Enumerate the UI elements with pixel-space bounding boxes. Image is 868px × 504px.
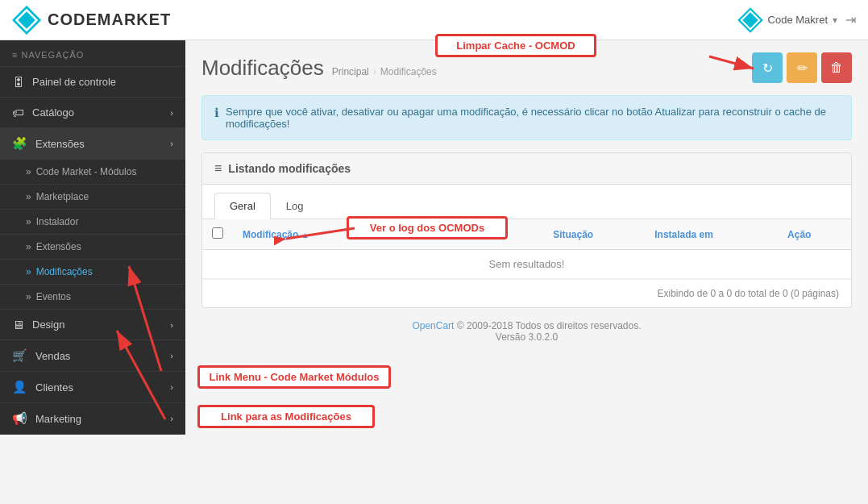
sidebar-item-marketing[interactable]: 📢 Marketing › bbox=[0, 403, 185, 435]
header-versao-label: Versão bbox=[466, 229, 497, 240]
header-acao: Ação bbox=[778, 219, 851, 250]
user-area[interactable]: Code Makret ▾ bbox=[737, 7, 837, 33]
edit-icon: ✏ bbox=[797, 60, 808, 76]
table-container: Modificação ▲ Autor Versão bbox=[202, 219, 851, 307]
content-footer: OpenCart © 2009-2018 Todos os direitos r… bbox=[201, 320, 852, 343]
sidebar-item-painel[interactable]: 🎛 Painel de controle bbox=[0, 67, 185, 98]
page-title-area: Modificações Principal › Modificações bbox=[201, 56, 437, 81]
extensoes-chevron-icon: › bbox=[170, 139, 173, 148]
sidebar-item-modificacoes[interactable]: Modificações bbox=[0, 260, 185, 285]
sort-icon: ▲ bbox=[301, 231, 309, 240]
header-autor[interactable]: Autor bbox=[380, 219, 456, 250]
vendas-chevron-icon: › bbox=[170, 351, 173, 360]
header-modificacao[interactable]: Modificação ▲ bbox=[233, 219, 380, 250]
design-chevron-icon: › bbox=[170, 320, 173, 330]
tab-geral-label: Geral bbox=[230, 200, 255, 212]
app-name: CODEMARKET bbox=[48, 10, 171, 29]
breadcrumb-separator: › bbox=[373, 66, 376, 77]
delete-button[interactable]: 🗑 bbox=[821, 52, 852, 83]
sidebar-item-marketplace[interactable]: Marketplace bbox=[0, 185, 185, 210]
clientes-chevron-icon: › bbox=[170, 382, 173, 392]
sidebar-item-code-market-modulos[interactable]: Code Market - Módulos bbox=[0, 160, 185, 185]
page-wrapper: CODEMARKET Code Makret ▾ ⇥ ≡ NAVEGAÇÃO 🎛… bbox=[0, 0, 868, 504]
refresh-button[interactable]: ↻ bbox=[752, 52, 783, 83]
marketing-chevron-icon: › bbox=[170, 414, 173, 423]
sidebar-item-vendas-label: Vendas bbox=[35, 350, 70, 362]
action-buttons: ↻ ✏ 🗑 bbox=[752, 52, 852, 83]
version-text: Versão 3.0.2.0 bbox=[496, 331, 558, 343]
breadcrumb-home[interactable]: Principal bbox=[332, 66, 369, 77]
clientes-icon: 👤 bbox=[12, 380, 27, 394]
header-situacao[interactable]: Situação bbox=[543, 219, 645, 250]
sidebar-item-eventos[interactable]: Eventos bbox=[0, 285, 185, 310]
modifications-panel: ≡ Listando modificações Geral Log bbox=[201, 152, 852, 308]
opencart-link[interactable]: OpenCart bbox=[412, 320, 454, 331]
tabs: Geral Log bbox=[202, 185, 851, 219]
sidebar-item-vendas[interactable]: 🛒 Vendas › bbox=[0, 340, 185, 372]
top-header: CODEMARKET Code Makret ▾ ⇥ bbox=[0, 0, 868, 40]
alert-text: Sempre que você ativar, desativar ou apa… bbox=[226, 106, 839, 130]
logo-icon bbox=[12, 6, 41, 35]
main-layout: ≡ NAVEGAÇÃO 🎛 Painel de controle 🏷 Catál… bbox=[0, 40, 868, 435]
header-versao[interactable]: Versão bbox=[456, 219, 543, 250]
sidebar-item-catalogo-label: Catálogo bbox=[32, 106, 74, 119]
tab-log[interactable]: Log bbox=[271, 193, 319, 219]
user-logo-icon bbox=[737, 7, 763, 33]
catalogo-icon: 🏷 bbox=[12, 106, 24, 119]
header-autor-label: Autor bbox=[389, 229, 415, 240]
info-icon: ℹ bbox=[214, 106, 219, 130]
catalogo-chevron-icon: › bbox=[170, 108, 173, 118]
extensoes-sub-label: Extensões bbox=[36, 241, 81, 252]
sidebar-item-design-label: Design bbox=[32, 319, 64, 331]
header-modificacao-label: Modificação bbox=[243, 229, 298, 240]
extensoes-icon: 🧩 bbox=[12, 136, 27, 151]
tab-geral[interactable]: Geral bbox=[214, 193, 271, 219]
panel-heading: ≡ Listando modificações bbox=[202, 153, 851, 185]
sidebar-item-clientes[interactable]: 👤 Clientes › bbox=[0, 372, 185, 403]
user-dropdown-icon: ▾ bbox=[833, 15, 837, 26]
sidebar: ≡ NAVEGAÇÃO 🎛 Painel de controle 🏷 Catál… bbox=[0, 40, 185, 435]
breadcrumb: Principal › Modificações bbox=[332, 66, 437, 77]
modifications-table: Modificação ▲ Autor Versão bbox=[202, 219, 851, 279]
marketing-icon: 📢 bbox=[12, 411, 27, 426]
sidebar-item-extensoes[interactable]: 🧩 Extensões › bbox=[0, 128, 185, 160]
delete-icon: 🗑 bbox=[830, 60, 843, 75]
refresh-icon: ↻ bbox=[762, 60, 773, 76]
select-all-checkbox[interactable] bbox=[212, 227, 223, 239]
sidebar-item-catalogo[interactable]: 🏷 Catálogo › bbox=[0, 98, 185, 128]
vendas-icon: 🛒 bbox=[12, 348, 27, 363]
sidebar-item-painel-label: Painel de controle bbox=[32, 76, 116, 88]
panel-heading-text: Listando modificações bbox=[228, 162, 351, 175]
no-results-cell: Sem resultados! bbox=[202, 250, 851, 279]
header-instalada-em[interactable]: Instalada em bbox=[645, 219, 778, 250]
instalador-label: Instalador bbox=[36, 216, 79, 227]
modificacoes-label: Modificações bbox=[36, 266, 93, 277]
table-footer-text: Exibindo de 0 a 0 do total de 0 (0 págin… bbox=[658, 288, 840, 299]
sidebar-item-instalador[interactable]: Instalador bbox=[0, 210, 185, 235]
user-name: Code Makret bbox=[768, 14, 828, 26]
sidebar-item-extensoes-sub[interactable]: Extensões bbox=[0, 235, 185, 260]
panel-heading-icon: ≡ bbox=[214, 161, 222, 176]
header-right: Code Makret ▾ ⇥ bbox=[737, 7, 856, 33]
alert-info: ℹ Sempre que você ativar, desativar ou a… bbox=[201, 95, 852, 140]
header-instalada-em-label: Instalada em bbox=[654, 229, 713, 240]
header-checkbox-col bbox=[202, 219, 233, 250]
eventos-label: Eventos bbox=[36, 291, 71, 302]
header-situacao-label: Situação bbox=[553, 229, 593, 240]
design-icon: 🖥 bbox=[12, 318, 24, 331]
sidebar-item-marketing-label: Marketing bbox=[35, 413, 81, 425]
logout-button[interactable]: ⇥ bbox=[845, 12, 856, 27]
no-results-text: Sem resultados! bbox=[489, 258, 565, 270]
logo-area: CODEMARKET bbox=[12, 6, 171, 35]
sidebar-item-clientes-label: Clientes bbox=[35, 381, 73, 394]
table-row: Sem resultados! bbox=[202, 250, 851, 279]
marketplace-label: Marketplace bbox=[36, 191, 89, 202]
tab-log-label: Log bbox=[286, 200, 304, 212]
sidebar-item-design[interactable]: 🖥 Design › bbox=[0, 310, 185, 340]
painel-icon: 🎛 bbox=[12, 75, 24, 89]
content-area: Modificações Principal › Modificações ↻ … bbox=[185, 40, 868, 435]
edit-button[interactable]: ✏ bbox=[787, 52, 817, 83]
page-title: Modificações bbox=[201, 56, 324, 81]
code-market-modulos-label: Code Market - Módulos bbox=[36, 166, 137, 177]
nav-heading: ≡ NAVEGAÇÃO bbox=[0, 40, 185, 67]
